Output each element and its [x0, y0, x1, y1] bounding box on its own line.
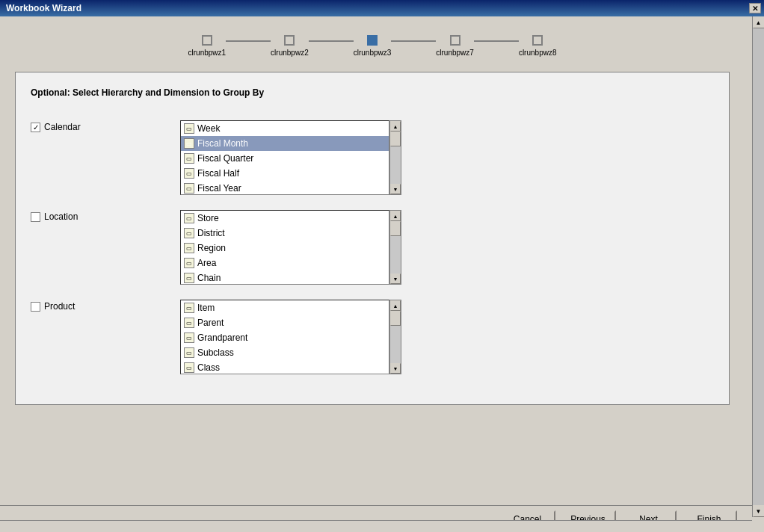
- item-doc-icon: ▭: [184, 258, 194, 268]
- close-button[interactable]: ✕: [749, 3, 761, 13]
- content-area: clrunbpwz1 clrunbpwz2 clrunbpwz3 clrunbp…: [0, 16, 752, 505]
- step-label-2: clrunbpwz2: [271, 49, 309, 57]
- scroll-up-arrow[interactable]: ▲: [753, 16, 765, 28]
- item-doc-icon: ▭: [184, 138, 194, 149]
- product-listbox[interactable]: ▭ Item ▭ Parent ▭ Grandparent ▭: [180, 300, 389, 374]
- list-item[interactable]: ▭ Subclass: [181, 345, 389, 360]
- lb-scroll-down[interactable]: ▼: [390, 273, 401, 284]
- item-label: Grandparent: [197, 332, 247, 343]
- item-label: Week: [197, 123, 220, 134]
- product-listbox-container: ▭ Item ▭ Parent ▭ Grandparent ▭: [180, 300, 714, 374]
- item-label: Chain: [197, 273, 221, 283]
- item-doc-icon: ▭: [184, 228, 194, 238]
- lb-scroll-down[interactable]: ▼: [390, 184, 401, 194]
- lb-track[interactable]: [390, 311, 401, 363]
- main-panel: Optional: Select Hierarchy and Dimension…: [15, 72, 730, 405]
- list-item[interactable]: ▭ Fiscal Month: [181, 136, 389, 151]
- step-label-1: clrunbpwz1: [188, 49, 227, 57]
- step-node-5[interactable]: [532, 35, 543, 46]
- calendar-label-text: Calendar: [44, 122, 81, 132]
- step-4: clrunbpwz7: [436, 35, 474, 57]
- list-item[interactable]: ▭ Week: [181, 121, 389, 136]
- item-doc-icon: ▭: [184, 168, 194, 179]
- item-label: Class: [197, 362, 220, 373]
- location-label-text: Location: [44, 211, 78, 222]
- product-listbox-scrollbar[interactable]: ▲ ▼: [389, 300, 401, 374]
- item-label: Region: [197, 243, 226, 253]
- item-label: Parent: [197, 318, 224, 328]
- lb-track[interactable]: [390, 132, 401, 184]
- item-label: Item: [197, 303, 215, 313]
- list-item[interactable]: ▭ Chain: [181, 270, 389, 285]
- step-2: clrunbpwz2: [271, 35, 309, 57]
- list-item[interactable]: ▭ Parent: [181, 315, 389, 330]
- list-item[interactable]: ▭ Area: [181, 256, 389, 270]
- item-doc-icon: ▭: [184, 318, 194, 328]
- item-label: Subclass: [197, 347, 234, 358]
- item-doc-icon: ▭: [184, 123, 194, 134]
- main-scrollbar[interactable]: ▲ ▼: [752, 16, 764, 517]
- step-line-2-3: [309, 40, 354, 42]
- lb-scroll-up[interactable]: ▲: [390, 121, 401, 132]
- step-node-3[interactable]: [367, 35, 378, 46]
- list-item[interactable]: ▭ Fiscal Quarter: [181, 151, 389, 166]
- lb-scroll-down[interactable]: ▼: [390, 363, 401, 374]
- list-item[interactable]: ▭ Fiscal Year: [181, 181, 389, 195]
- calendar-listbox-scrollbar[interactable]: ▲ ▼: [389, 120, 401, 195]
- step-5: clrunbpwz8: [519, 35, 557, 57]
- window-body: ▲ ▼ clrunbpwz1 clrunbpwz2 clrunbpwz3: [0, 16, 764, 532]
- location-listbox-scrollbar[interactable]: ▲ ▼: [389, 210, 401, 285]
- item-doc-icon: ▭: [184, 332, 194, 343]
- item-doc-icon: ▭: [184, 303, 194, 313]
- item-label: Fiscal Month: [197, 138, 248, 149]
- location-checkbox[interactable]: [31, 212, 40, 222]
- lb-scroll-up[interactable]: ▲: [390, 300, 401, 311]
- calendar-section: ✓ Calendar ▭ Week ▭ Fiscal Month: [31, 120, 714, 195]
- step-line-4-5: [474, 40, 519, 42]
- list-item[interactable]: ▭ Fiscal Half: [181, 166, 389, 181]
- step-node-1[interactable]: [202, 35, 212, 46]
- item-label: Fiscal Year: [197, 183, 241, 194]
- step-node-4[interactable]: [450, 35, 460, 46]
- item-label: Fiscal Quarter: [197, 153, 253, 164]
- calendar-listbox[interactable]: ▭ Week ▭ Fiscal Month ▭ Fiscal Quarter: [180, 120, 389, 195]
- list-item[interactable]: ▭ Grandparent: [181, 330, 389, 345]
- item-label: Area: [197, 258, 216, 268]
- location-label: Location: [31, 210, 180, 222]
- scroll-down-arrow[interactable]: ▼: [753, 505, 765, 517]
- list-item[interactable]: ▭ Region: [181, 241, 389, 256]
- lb-track[interactable]: [390, 221, 401, 273]
- step-line-1-2: [226, 40, 271, 42]
- step-node-2[interactable]: [284, 35, 295, 46]
- bottom-scrollbar[interactable]: [0, 520, 752, 532]
- lb-thumb[interactable]: [390, 221, 401, 236]
- product-checkbox[interactable]: [31, 302, 40, 312]
- list-item[interactable]: ▭ District: [181, 226, 389, 241]
- item-doc-icon: ▭: [184, 273, 194, 283]
- step-label-4: clrunbpwz7: [436, 49, 474, 57]
- step-line-3-4: [391, 40, 436, 42]
- list-item[interactable]: ▭ Item: [181, 300, 389, 315]
- list-item[interactable]: ▭ Class: [181, 360, 389, 374]
- lb-thumb[interactable]: [390, 132, 401, 146]
- item-doc-icon: ▭: [184, 347, 194, 358]
- list-item[interactable]: ▭ Store: [181, 211, 389, 226]
- location-section: Location ▭ Store ▭ District ▭: [31, 210, 714, 285]
- item-doc-icon: ▭: [184, 153, 194, 164]
- scroll-track[interactable]: [753, 28, 765, 505]
- lb-thumb[interactable]: [390, 311, 401, 326]
- lb-scroll-up[interactable]: ▲: [390, 211, 401, 221]
- item-doc-icon: ▭: [184, 183, 194, 194]
- location-listbox[interactable]: ▭ Store ▭ District ▭ Region ▭: [180, 210, 389, 285]
- step-label-5: clrunbpwz8: [519, 49, 557, 57]
- step-3: clrunbpwz3: [354, 35, 392, 57]
- item-label: Store: [197, 213, 219, 223]
- item-doc-icon: ▭: [184, 362, 194, 373]
- panel-title: Optional: Select Hierarchy and Dimension…: [31, 87, 714, 98]
- step-label-3: clrunbpwz3: [354, 49, 392, 57]
- item-doc-icon: ▭: [184, 243, 194, 253]
- calendar-checkbox[interactable]: ✓: [31, 123, 40, 132]
- product-label-text: Product: [44, 301, 75, 312]
- calendar-listbox-container: ▭ Week ▭ Fiscal Month ▭ Fiscal Quarter: [180, 120, 714, 195]
- item-label: District: [197, 228, 225, 238]
